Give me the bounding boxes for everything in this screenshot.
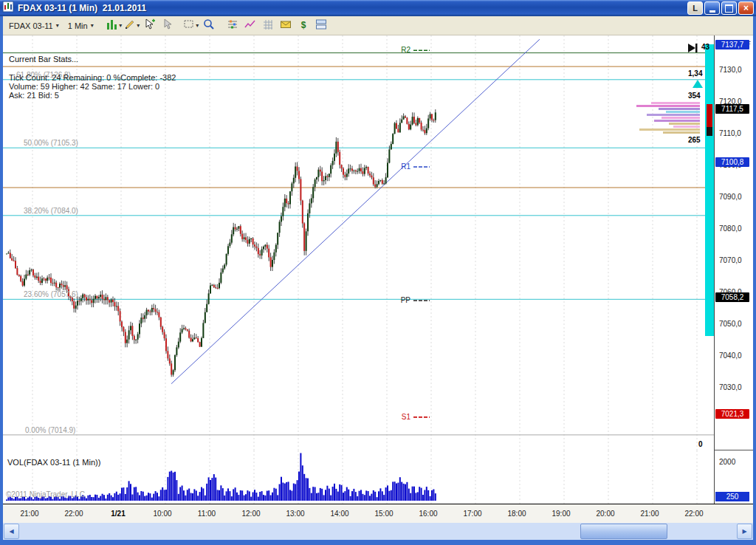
minimize-icon — [709, 10, 715, 13]
stats-tick-count: Tick Count: 24 Remaining: 0 %Complete: -… — [9, 73, 176, 82]
chevron-down-icon: ▾ — [56, 22, 59, 29]
maximize-icon — [725, 4, 733, 13]
volume-profile-bar — [662, 117, 700, 119]
account-dollar-button[interactable]: $ — [295, 18, 312, 33]
time-axis-label: 16:00 — [416, 510, 440, 518]
price-badge: 7021,3 — [715, 409, 749, 419]
time-axis[interactable]: 21:0022:001/2110:0011:0012:0013:0014:001… — [3, 504, 753, 523]
price-tick-label: 7130,0 — [719, 66, 742, 74]
account-dollar-icon: $ — [298, 18, 309, 32]
range-indicator-strip — [705, 44, 714, 336]
scrollbar-thumb[interactable] — [580, 524, 667, 539]
window-title: FDAX 03-11 (1 Min) 21.01.2011 — [18, 3, 686, 13]
fib-level-label: 50.00% (7105.3) — [24, 139, 78, 147]
price-badge: 7100,8 — [715, 157, 749, 167]
time-axis-label: 15:00 — [372, 510, 396, 518]
chart-style-icon — [106, 18, 118, 32]
volume-profile-bar — [647, 114, 700, 116]
close-button[interactable]: × — [738, 1, 754, 15]
title-bar[interactable]: FDAX 03-11 (1 Min) 21.01.2011 L × — [0, 0, 756, 16]
volume-axis-max: 2000 — [719, 458, 735, 466]
stats-header: Current Bar Stats... — [9, 55, 176, 64]
interval-dropdown[interactable]: 1 Min ▾ — [65, 20, 98, 32]
time-axis-label: 14:00 — [328, 510, 351, 518]
main-chart-panel[interactable]: R2R1PPS1 61.80% (7126.8)50.00% (7105.3)3… — [3, 35, 714, 451]
price-axis[interactable]: F 7130,07120,07110,07100,07090,07080,070… — [714, 35, 753, 450]
price-badge: 7058,2 — [715, 292, 749, 302]
grid-icon — [262, 18, 274, 32]
scroll-left-button[interactable]: ◀ — [4, 524, 19, 539]
current-bar-stats: Current Bar Stats... Tick Count: 24 Rema… — [9, 55, 176, 100]
cursor-button[interactable] — [159, 18, 176, 33]
drawing-tools-button[interactable]: ▾ — [123, 18, 141, 33]
price-tick-label: 7070,0 — [719, 256, 742, 264]
time-axis-label: 19:00 — [549, 510, 573, 518]
link-button[interactable]: L — [687, 1, 703, 15]
zoom-icon — [203, 18, 215, 32]
volume-profile-bar — [639, 128, 700, 131]
region-select-button[interactable]: ▾ — [182, 18, 200, 33]
svg-text:R2: R2 — [401, 46, 410, 54]
arrow-left-icon: ◀ — [9, 528, 13, 535]
indicator-value-mid: 354 — [688, 92, 701, 100]
cursor-add-button[interactable] — [141, 18, 159, 33]
time-axis-label: 13:00 — [284, 510, 307, 518]
price-tick-label: 7030,0 — [719, 383, 742, 391]
scroll-right-button[interactable]: ▶ — [737, 524, 752, 539]
price-badge: 7117,5 — [715, 104, 749, 114]
time-axis-label: 1/21 — [106, 510, 130, 518]
time-axis-label: 21:00 — [18, 510, 41, 518]
time-axis-label: 22:00 — [682, 510, 706, 518]
svg-text:PP: PP — [401, 296, 411, 304]
time-axis-label: 11:00 — [195, 510, 219, 518]
region-select-icon — [183, 18, 195, 32]
drawing-tools-icon — [124, 18, 136, 32]
mail-icon — [280, 18, 292, 32]
window-border-bottom — [0, 540, 756, 545]
price-tick-label: 7110,0 — [719, 129, 741, 137]
indicators-button[interactable] — [241, 18, 259, 33]
arrow-right-icon: ▶ — [742, 528, 746, 535]
chart-style-button[interactable]: ▾ — [106, 18, 123, 33]
chart-toolbar: FDAX 03-11 ▾ 1 Min ▾ ▾▾▾$ — [3, 16, 753, 35]
maximize-button[interactable] — [721, 1, 737, 15]
chevron-down-icon: ▾ — [137, 22, 140, 29]
time-axis-label: 12:00 — [239, 510, 263, 518]
chart-properties-button[interactable] — [224, 18, 241, 33]
indicator-value-bottom: 0 — [698, 440, 703, 448]
time-axis-label: 17:00 — [461, 510, 484, 518]
mail-button[interactable] — [277, 18, 295, 33]
skip-to-end-icon[interactable] — [687, 41, 700, 58]
svg-text:S1: S1 — [402, 413, 411, 421]
volume-axis-badge: 250 — [715, 492, 749, 501]
volume-profile-bar — [666, 111, 700, 113]
zoom-button[interactable] — [200, 18, 218, 33]
volume-profile-bar — [673, 126, 700, 128]
time-axis-label: 21:00 — [638, 510, 662, 518]
cursor-icon — [162, 18, 173, 32]
minimize-button[interactable] — [704, 1, 720, 15]
stats-ask-bid: Ask: 21 Bid: 5 — [9, 91, 176, 100]
dom-neutral-bar — [707, 127, 712, 136]
time-axis-label: 10:00 — [151, 510, 174, 518]
indicator-value-top: 43 — [701, 43, 709, 51]
volume-profile-bar — [654, 120, 700, 122]
instrument-label: FDAX 03-11 — [9, 21, 53, 30]
chevron-down-icon: ▾ — [91, 22, 94, 29]
volume-profile-bar — [636, 105, 700, 107]
grid-button[interactable] — [259, 18, 277, 33]
panels-icon — [315, 18, 327, 32]
up-triangle-marker-icon — [693, 80, 703, 88]
window-border-right — [753, 16, 756, 540]
price-tick-label: 7080,0 — [719, 224, 742, 233]
copyright-watermark: ©2011 NinjaTrader, LLC — [6, 490, 85, 498]
instrument-dropdown[interactable]: FDAX 03-11 ▾ — [6, 20, 63, 32]
fib-level-label: 38.20% (7084.0) — [24, 207, 78, 215]
stats-volume: Volume: 59 Higher: 42 Same: 17 Lower: 0 — [9, 82, 176, 91]
panels-button[interactable] — [312, 18, 330, 33]
volume-indicator-label: VOL(FDAX 03-11 (1 Min)) — [7, 458, 100, 467]
price-badge: 7137,7 — [715, 40, 749, 49]
horizontal-scrollbar[interactable]: ◀ ▶ — [3, 523, 753, 540]
indicator-value-lower: 265 — [688, 136, 701, 144]
volume-panel[interactable]: VOL(FDAX 03-11 (1 Min)) ©2011 NinjaTrade… — [3, 450, 714, 504]
